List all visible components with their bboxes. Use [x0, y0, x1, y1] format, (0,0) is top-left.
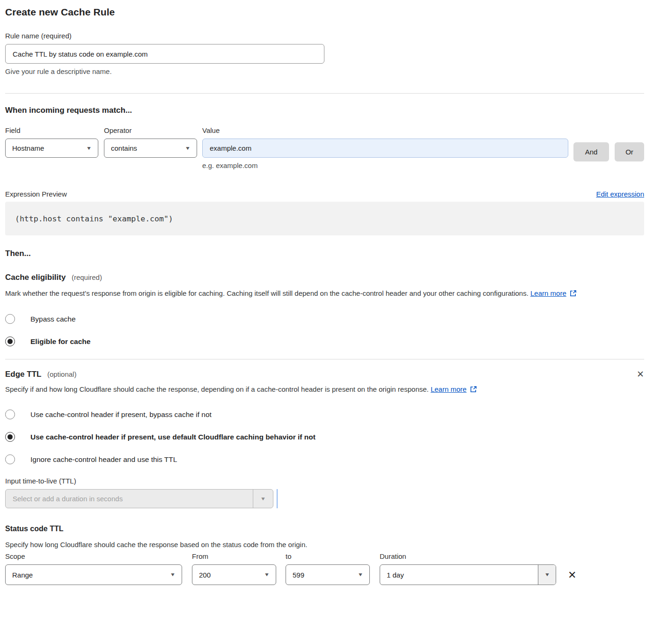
expression-preview-label: Expression Preview: [5, 190, 67, 198]
radio-label: Eligible for cache: [30, 337, 90, 346]
radio-icon: [5, 314, 15, 324]
duration-select[interactable]: 1 day ▼: [380, 564, 556, 585]
to-label: to: [286, 552, 370, 560]
value-label: Value: [202, 126, 568, 134]
cache-eligibility-description: Mark whether the request’s response from…: [5, 287, 637, 301]
from-label: From: [192, 552, 276, 560]
cache-eligibility-heading: Cache eligibility: [5, 273, 66, 282]
chevron-down-icon: ▼: [358, 572, 363, 577]
chevron-down-icon: ▼: [538, 565, 556, 585]
scope-select[interactable]: Range ▼: [5, 564, 182, 585]
learn-more-link[interactable]: Learn more: [530, 289, 566, 297]
rule-name-label: Rule name (required): [5, 32, 644, 40]
rule-name-input[interactable]: [5, 44, 324, 64]
radio-bypass-cache[interactable]: Bypass cache: [5, 314, 644, 324]
radio-ignore-header[interactable]: Ignore cache-control header and use this…: [5, 454, 644, 464]
to-select[interactable]: 599 ▼: [286, 564, 370, 585]
operator-label: Operator: [104, 126, 197, 134]
expression-preview-box: (http.host contains "example.com"): [5, 202, 644, 235]
chevron-down-icon: ▼: [185, 146, 191, 151]
scope-select-value: Range: [12, 571, 33, 579]
divider: [5, 359, 644, 359]
match-section-heading: When incoming requests match...: [5, 106, 644, 115]
radio-label: Ignore cache-control header and use this…: [30, 455, 177, 464]
status-code-ttl-heading: Status code TTL: [5, 525, 644, 533]
radio-use-header-default[interactable]: Use cache-control header if present, use…: [5, 432, 644, 442]
radio-use-header-bypass[interactable]: Use cache-control header if present, byp…: [5, 410, 644, 419]
duration-select-value: 1 day: [380, 565, 538, 585]
radio-label: Bypass cache: [30, 315, 76, 323]
radio-icon: [5, 410, 15, 419]
field-select[interactable]: Hostname ▼: [5, 139, 98, 158]
radio-icon: [5, 337, 15, 346]
radio-label: Use cache-control header if present, byp…: [30, 410, 212, 419]
operator-select-value: contains: [111, 144, 137, 152]
create-cache-rule-form: Create new Cache Rule Rule name (require…: [0, 0, 661, 585]
close-icon[interactable]: ✕: [637, 370, 644, 379]
chevron-down-icon: ▼: [253, 490, 273, 508]
then-heading: Then...: [5, 249, 644, 258]
edge-ttl-heading: Edge TTL: [5, 370, 41, 379]
match-value-input[interactable]: [202, 139, 568, 158]
ttl-duration-placeholder: Select or add a duration in seconds: [6, 490, 253, 508]
chevron-down-icon: ▼: [170, 572, 176, 577]
from-select[interactable]: 200 ▼: [192, 564, 276, 585]
expression-code: (http.host contains "example.com"): [15, 214, 173, 223]
learn-more-link[interactable]: Learn more: [431, 385, 467, 393]
edge-ttl-description: Specify if and how long Cloudflare shoul…: [5, 383, 522, 397]
text-cursor: [277, 489, 278, 508]
required-tag: (required): [72, 273, 102, 281]
radio-label: Use cache-control header if present, use…: [30, 433, 316, 441]
operator-select[interactable]: contains ▼: [104, 139, 197, 158]
status-code-ttl-description: Specify how long Cloudflare should cache…: [5, 538, 644, 551]
radio-icon: [5, 432, 15, 442]
from-select-value: 200: [199, 571, 211, 579]
field-select-value: Hostname: [12, 144, 44, 152]
remove-row-icon[interactable]: ✕: [568, 569, 576, 581]
value-help: e.g. example.com: [202, 161, 568, 169]
duration-label: Duration: [380, 552, 556, 560]
external-link-icon: [570, 288, 577, 301]
external-link-icon: [470, 384, 477, 397]
chevron-down-icon: ▼: [264, 572, 270, 577]
scope-label: Scope: [5, 552, 182, 560]
ttl-duration-select[interactable]: Select or add a duration in seconds ▼: [5, 489, 273, 508]
and-button[interactable]: And: [573, 142, 609, 161]
page-title: Create new Cache Rule: [5, 7, 644, 18]
radio-eligible-for-cache[interactable]: Eligible for cache: [5, 337, 644, 346]
optional-tag: (optional): [47, 370, 77, 378]
field-label: Field: [5, 126, 98, 134]
divider: [5, 93, 644, 94]
or-button[interactable]: Or: [615, 142, 644, 161]
edit-expression-link[interactable]: Edit expression: [596, 190, 644, 198]
radio-icon: [5, 454, 15, 464]
to-select-value: 599: [293, 571, 304, 579]
rule-name-help: Give your rule a descriptive name.: [5, 67, 644, 75]
ttl-input-label: Input time-to-live (TTL): [5, 477, 644, 485]
chevron-down-icon: ▼: [86, 146, 92, 151]
